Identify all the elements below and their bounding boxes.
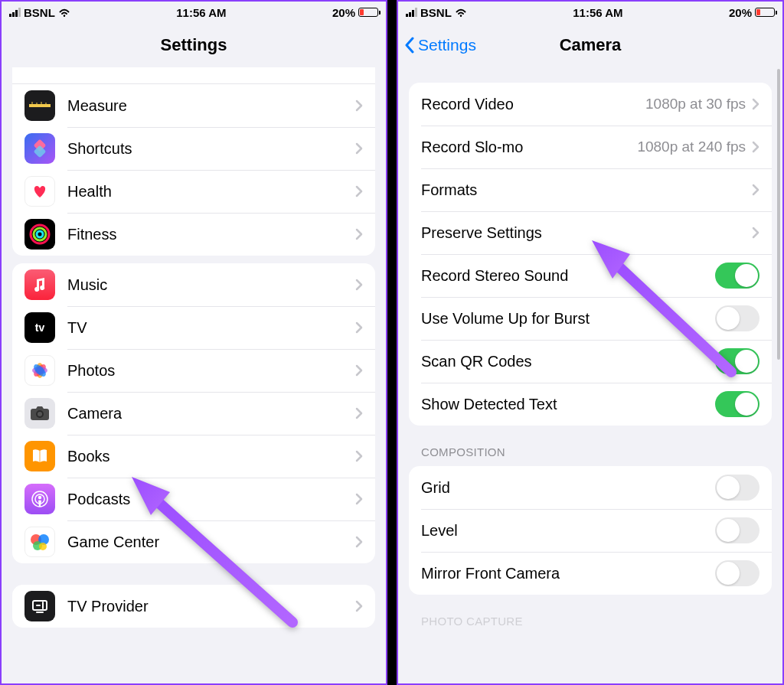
clock: 11:56 AM [176,6,226,19]
chevron-right-icon [752,227,760,239]
row-detail: 1080p at 240 fps [637,139,746,155]
row-formats[interactable]: Formats [409,168,772,211]
settings-group: Grid Level Mirror Front Camera [409,466,772,595]
svg-point-10 [37,231,43,237]
row-scan-qr[interactable]: Scan QR Codes [409,340,772,383]
row-level[interactable]: Level [409,509,772,552]
back-label: Settings [418,36,476,54]
svg-point-28 [460,15,462,16]
row-label: Grid [421,479,715,497]
svg-point-0 [64,15,65,16]
battery-icon [755,8,775,17]
row-grid[interactable]: Grid [409,466,772,509]
chevron-right-icon [355,321,363,334]
chevron-right-icon [355,99,363,112]
nav-header: Settings Camera [398,23,782,67]
row-gamecenter[interactable]: Game Center [12,520,375,563]
chevron-right-icon [355,279,363,291]
row-label: Use Volume Up for Burst [421,310,715,328]
chevron-right-icon [355,536,363,548]
carrier-label: BSNL [420,6,452,19]
row-label: Level [421,522,715,540]
signal-icon [9,8,21,17]
row-mirror-front[interactable]: Mirror Front Camera [409,552,772,595]
row-measure[interactable]: Measure [12,84,375,127]
row-label: Measure [67,97,355,115]
row-health[interactable]: Health [12,170,375,213]
scrollbar[interactable] [777,69,780,360]
camera-settings-list[interactable]: Record Video 1080p at 30 fps Record Slo-… [398,67,782,683]
row-label: Health [67,183,355,201]
row-label: Shortcuts [67,140,355,158]
tv-icon: tv [24,312,55,343]
carrier-label: BSNL [24,6,55,19]
camera-icon [24,398,55,429]
wifi-icon [455,8,467,17]
row-preserve-settings[interactable]: Preserve Settings [409,211,772,254]
row-fitness[interactable]: Fitness [12,213,375,256]
chevron-right-icon [355,407,363,419]
status-bar: BSNL 11:56 AM 20% [398,2,782,23]
row-books[interactable]: Books [12,435,375,478]
page-title: Settings [161,35,227,55]
chevron-right-icon [355,600,363,612]
row-label: Show Detected Text [421,396,715,413]
row-music[interactable]: Music [12,263,375,306]
settings-screen: BSNL 11:56 AM 20% Settings Measure [0,0,387,685]
measure-icon [24,90,55,121]
row-label: Camera [67,405,355,422]
photos-icon [24,355,55,386]
row-label: Formats [421,181,752,199]
gamecenter-icon [24,527,55,557]
chevron-right-icon [355,228,363,240]
status-bar: BSNL 11:56 AM 20% [2,2,386,23]
row-tv[interactable]: tv TV [12,306,375,349]
shortcuts-icon [24,133,55,164]
row-label: Preserve Settings [421,224,752,242]
settings-group: Music tv TV Photos Camera [12,263,375,563]
switch-detected-text[interactable] [715,391,760,417]
row-detected-text[interactable]: Show Detected Text [409,383,772,426]
row-label: TV [67,319,355,337]
row-record-stereo[interactable]: Record Stereo Sound [409,254,772,297]
row-label: TV Provider [67,598,355,615]
back-button[interactable]: Settings [404,36,476,54]
row-label: Record Video [421,96,645,113]
row-label: Game Center [67,533,355,551]
wifi-icon [58,8,70,17]
switch-scan-qr[interactable] [715,348,760,374]
settings-group: Record Video 1080p at 30 fps Record Slo-… [409,83,772,426]
switch-grid[interactable] [715,475,760,501]
row-camera[interactable]: Camera [12,392,375,435]
row-volume-burst[interactable]: Use Volume Up for Burst [409,297,772,340]
chevron-right-icon [355,185,363,197]
camera-settings-screen: BSNL 11:56 AM 20% Settings Camera Record… [397,0,784,685]
nav-header: Settings [2,23,386,67]
clipped-row [12,67,375,84]
podcasts-icon [24,484,55,514]
music-icon [24,269,55,300]
settings-group: TV Provider [12,585,375,628]
row-podcasts[interactable]: Podcasts [12,478,375,520]
row-record-video[interactable]: Record Video 1080p at 30 fps [409,83,772,126]
row-shortcuts[interactable]: Shortcuts [12,127,375,170]
row-label: Photos [67,362,355,380]
battery-icon [358,8,378,17]
switch-mirror-front[interactable] [715,560,760,586]
row-record-slomo[interactable]: Record Slo-mo 1080p at 240 fps [409,126,772,168]
row-label: Record Slo-mo [421,139,637,156]
switch-level[interactable] [715,517,760,543]
row-tvprovider[interactable]: TV Provider [12,585,375,628]
settings-list[interactable]: Measure Shortcuts Health [2,67,386,683]
svg-point-9 [34,228,46,240]
row-label: Books [67,448,355,465]
svg-rect-1 [29,104,51,107]
switch-record-stereo[interactable] [715,263,760,289]
row-label: Podcasts [67,491,355,508]
battery-percent: 20% [729,6,752,19]
row-photos[interactable]: Photos [12,349,375,392]
chevron-right-icon [355,364,363,377]
books-icon [24,441,55,471]
switch-volume-burst[interactable] [715,305,760,331]
chevron-right-icon [752,141,760,153]
